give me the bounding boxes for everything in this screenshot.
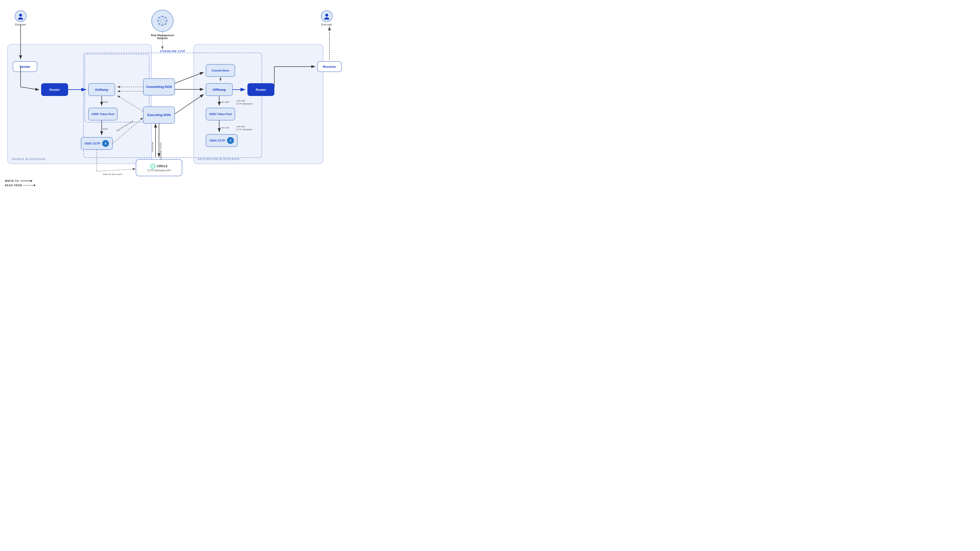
svg-point-25 (324, 17, 329, 19)
usdc-icon-dst: $ (227, 137, 234, 144)
committing-don-node: Committing DON (143, 78, 175, 95)
svg-line-51 (97, 169, 136, 171)
commit-store-node: Commit Store (206, 64, 235, 77)
rmn-circle (151, 10, 173, 32)
onramp-node: OnRamp (88, 83, 115, 96)
rmn-label: Risk Management Network (147, 34, 178, 40)
end-user-left: End-user (15, 10, 27, 26)
svg-marker-31 (34, 184, 36, 186)
end-user-right: End-user (321, 10, 332, 26)
svg-point-24 (325, 14, 328, 17)
svg-marker-29 (30, 180, 33, 182)
rmn-icon (155, 13, 170, 28)
destination-blockchain-label: DESTINATION BLOCKCHAIN (198, 158, 240, 160)
sender-node: Sender (13, 61, 37, 72)
svg-point-23 (18, 17, 23, 19)
usdc-icon-src: $ (102, 140, 109, 147)
listen-burn-bottom-label: listen for burn event (103, 173, 123, 176)
user-icon-right (321, 10, 332, 22)
usdc-cctp-dst-node: USDC CCTP $ (206, 134, 238, 147)
router-left-node: Router (41, 83, 68, 96)
source-blockchain-label: SOURCE BLOCKCHAIN (12, 158, 46, 160)
circle-logo-icon: C (150, 164, 155, 169)
svg-point-22 (19, 14, 22, 17)
usdc-token-pool-dst-node: USDC Token Pool (206, 108, 235, 121)
offramp-node: OffRamp (206, 83, 233, 96)
svg-text:C: C (152, 165, 154, 168)
router-right-node: Router (247, 83, 274, 96)
legend-write-to: WRITE TO (5, 179, 36, 183)
diagram-container: SOURCE BLOCKCHAIN DESTINATION BLOCKCHAIN… (0, 0, 343, 193)
receiver-node: Receiver (317, 61, 342, 72)
ccip-label: CHAINLINK CCIP (159, 50, 187, 52)
usdc-cctp-src-node: USDC CCTP $ (81, 137, 113, 150)
legend-box: WRITE TO READ FROM (5, 179, 36, 188)
circle-cctp-node: C CIRCLE CCTP Attestation API (136, 159, 182, 176)
executing-don-node: Executing DON (143, 106, 175, 124)
legend-read-from: READ FROM (5, 184, 36, 187)
user-icon-left (15, 10, 27, 22)
usdc-token-pool-src-node: USDC Token Pool (88, 108, 118, 121)
